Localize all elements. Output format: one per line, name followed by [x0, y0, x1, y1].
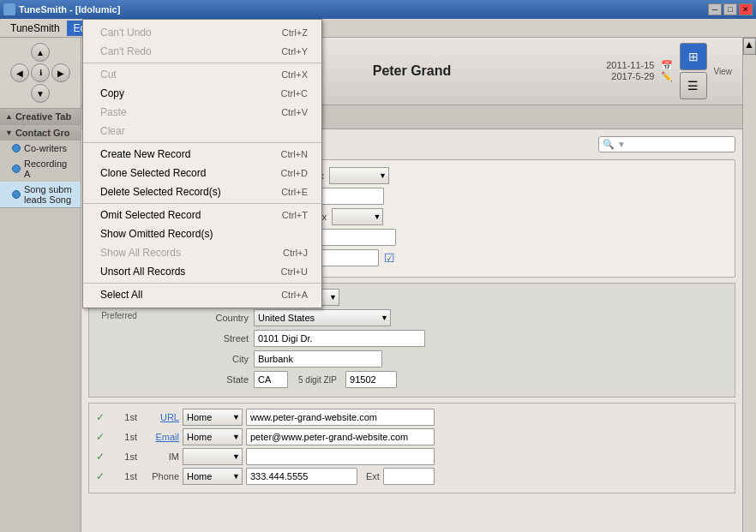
sidebar-item-recording[interactable]: Recording A [0, 156, 81, 182]
dot-icon [12, 190, 21, 199]
menu-delete-selected-records[interactable]: Delete Selected Record(s) Ctrl+E [83, 182, 321, 201]
menu-clear[interactable]: Clear [83, 122, 321, 140]
view-label: View [714, 67, 733, 76]
vertical-scrollbar[interactable]: ▲ [742, 38, 756, 532]
minimize-button[interactable]: ─ [708, 3, 722, 15]
menu-tunesmith[interactable]: TuneSmith [3, 21, 67, 36]
country-row: Country United States ▼ [146, 309, 724, 326]
sidebar-section-creative: ▲ Creative Tab [0, 109, 81, 125]
nav-down-button[interactable]: ▼ [31, 84, 50, 103]
ext-label: Ext [366, 471, 380, 481]
im-category-wrapper: ▼ [183, 448, 243, 465]
scroll-up-button[interactable]: ▲ [743, 38, 756, 55]
url-input[interactable] [246, 409, 435, 426]
pseudonym-toggle[interactable]: ☑ [384, 251, 395, 265]
city-input[interactable] [254, 350, 382, 368]
suffix-select-wrapper: ▼ [332, 208, 383, 225]
im-type-label: IM [141, 451, 179, 462]
phone-row: ✓ 1st Phone Home ▼ Ext [96, 468, 728, 485]
nav-info-button[interactable]: ℹ [31, 63, 50, 82]
phone-order-label: 1st [111, 471, 137, 481]
country-label: Country [146, 313, 249, 323]
nav-forward-button[interactable]: ▶ [51, 63, 70, 82]
menu-select-all[interactable]: Select All Ctrl+A [83, 285, 321, 304]
prefix-select-wrapper: ▼ [329, 167, 389, 184]
menu-unsort-all-records[interactable]: Unsort All Records Ctrl+U [83, 262, 321, 281]
menu-section-records: Create New Record Ctrl+N Clone Selected … [83, 143, 321, 204]
title-bar: TuneSmith - [Idolumic] ─ □ ✕ [0, 0, 756, 19]
city-label: City [146, 354, 249, 364]
menu-omit-selected-record[interactable]: Omit Selected Record Ctrl+T [83, 206, 321, 224]
menu-clone-selected-record[interactable]: Clone Selected Record Ctrl+D [83, 164, 321, 182]
sidebar-item-song-leads[interactable]: Song subm leads Song [0, 182, 81, 207]
email-input[interactable] [246, 428, 435, 445]
im-category-select[interactable] [183, 448, 243, 465]
sidebar: ▲ Creative Tab ▼ Contact Gro Co-writers … [0, 109, 81, 532]
menu-show-omitted-records[interactable]: Show Omitted Record(s) [83, 224, 321, 243]
url-category-select[interactable]: Home [183, 409, 243, 426]
phone-category-select[interactable]: Home [183, 468, 243, 485]
street-input[interactable] [254, 330, 425, 347]
state-input[interactable] [254, 371, 288, 388]
zip-label: 5 digit ZIP [298, 375, 337, 385]
sidebar-section-contact: ▼ Contact Gro Co-writers Recording A Son… [0, 125, 81, 208]
email-order-label: 1st [111, 432, 137, 442]
menu-copy[interactable]: Copy Ctrl+C [83, 84, 321, 103]
state-row: State 5 digit ZIP [146, 371, 724, 388]
app-icon [3, 3, 15, 15]
contact-date-modified: 2017-5-29 ✏️ [606, 71, 672, 82]
contact-info-section: ✓ 1st URL Home ▼ ✓ 1st Email [88, 403, 735, 493]
edit-dropdown-menu: Can't Undo Ctrl+Z Can't Redo Ctrl+Y Cut … [82, 19, 322, 308]
menu-section-undo: Can't Undo Ctrl+Z Can't Redo Ctrl+Y [83, 21, 321, 63]
menu-create-new-record[interactable]: Create New Record Ctrl+N [83, 145, 321, 164]
im-input[interactable] [246, 448, 435, 465]
country-select-wrapper: United States ▼ [254, 309, 391, 326]
phone-category-wrapper: Home ▼ [183, 468, 243, 485]
suffix-select[interactable] [332, 208, 383, 225]
city-row: City [146, 350, 724, 368]
menu-cant-redo[interactable]: Can't Redo Ctrl+Y [83, 42, 321, 61]
search-box[interactable]: 🔍 ▼ [598, 136, 735, 152]
dot-icon [12, 164, 21, 173]
email-check-icon: ✓ [96, 431, 108, 443]
country-select[interactable]: United States [254, 309, 391, 326]
prefix-select[interactable] [329, 167, 389, 184]
sidebar-header-contact[interactable]: ▼ Contact Gro [0, 125, 81, 140]
url-type-label[interactable]: URL [141, 412, 179, 422]
url-check-icon: ✓ [96, 411, 108, 423]
menu-paste[interactable]: Paste Ctrl+V [83, 103, 321, 122]
phone-ext-input[interactable] [383, 468, 435, 485]
dot-icon [12, 144, 21, 152]
close-button[interactable]: ✕ [739, 3, 753, 15]
state-label: State [146, 374, 249, 385]
email-category-select[interactable]: Home [183, 428, 243, 445]
phone-check-icon: ✓ [96, 470, 108, 482]
street-label: Street [146, 333, 249, 344]
sidebar-header-creative[interactable]: ▲ Creative Tab [0, 109, 81, 124]
menu-section-select: Select All Ctrl+A [83, 284, 321, 306]
phone-type-label: Phone [141, 471, 179, 481]
grid-view-button[interactable]: ⊞ [680, 43, 707, 70]
menu-section-omit: Omit Selected Record Ctrl+T Show Omitted… [83, 204, 321, 284]
sidebar-item-cowriters[interactable]: Co-writers [0, 140, 81, 156]
contact-date-created: 2011-11-15 📅 [606, 60, 672, 71]
edit-date-icon[interactable]: ✏️ [661, 71, 673, 81]
search-icon: 🔍 [603, 139, 615, 150]
nav-up-button[interactable]: ▲ [31, 43, 50, 62]
im-row: ✓ 1st IM ▼ [96, 448, 728, 465]
calendar-icon[interactable]: 📅 [661, 60, 673, 70]
im-check-icon: ✓ [96, 451, 108, 463]
url-order-label: 1st [111, 412, 137, 422]
zip-input[interactable] [345, 371, 397, 388]
email-type-label[interactable]: Email [141, 432, 179, 442]
menu-show-all-records[interactable]: Show All Records Ctrl+J [83, 243, 321, 262]
maximize-button[interactable]: □ [723, 3, 737, 15]
nav-back-button[interactable]: ◀ [10, 63, 29, 82]
menu-bar: TuneSmith Edit Format Help Can't Undo Ct… [0, 19, 756, 38]
phone-input[interactable] [246, 468, 357, 485]
window-title: TuneSmith - [Idolumic] [19, 4, 120, 15]
url-row: ✓ 1st URL Home ▼ [96, 409, 728, 426]
list-view-button[interactable]: ☰ [680, 72, 707, 99]
menu-cant-undo[interactable]: Can't Undo Ctrl+Z [83, 23, 321, 42]
menu-cut[interactable]: Cut Ctrl+X [83, 65, 321, 84]
